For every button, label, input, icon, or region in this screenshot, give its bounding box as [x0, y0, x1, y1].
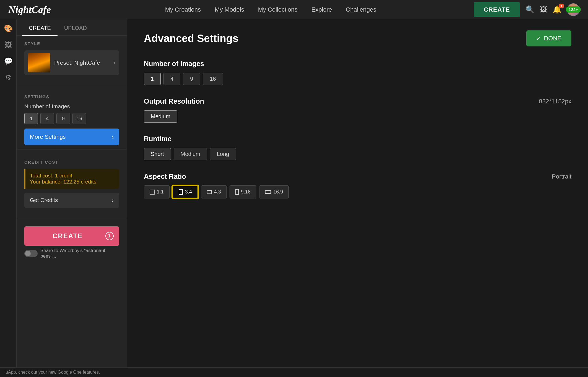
- checkmark-icon: ✓: [536, 35, 541, 42]
- top-nav: NightCafe My Creations My Models My Coll…: [0, 0, 588, 19]
- credit-cost-title: CREDIT COST: [24, 160, 119, 164]
- portrait-icon: [179, 189, 183, 195]
- search-icon[interactable]: 🔍: [525, 5, 534, 14]
- credit-cost-section: CREDIT COST Total cost: 1 credit Your ba…: [17, 154, 127, 213]
- output-resolution-options: Medium: [144, 110, 571, 123]
- aspect-btn-9-16[interactable]: 9:16: [230, 185, 256, 198]
- sidebar-num-1[interactable]: 1: [24, 113, 38, 124]
- share-text: Share to Waterboy's "astronaut bees"...: [40, 248, 119, 259]
- advanced-settings-header: Advanced Settings ✓ DONE: [144, 30, 571, 46]
- credit-cost-box: Total cost: 1 credit Your balance: 122.2…: [24, 169, 119, 189]
- settings-section: SETTINGS Number of Images 1 4 9 16 More …: [17, 89, 127, 145]
- square-icon: [150, 190, 155, 195]
- done-button[interactable]: ✓ DONE: [526, 30, 571, 46]
- iconbar-settings[interactable]: ⚙: [5, 73, 11, 82]
- resolution-btn-medium[interactable]: Medium: [144, 110, 177, 123]
- balance-text: Your balance: 122.25 credits: [30, 179, 115, 185]
- sidebar-num-16[interactable]: 16: [72, 113, 86, 124]
- aspect-btn-1-1[interactable]: 1:1: [144, 185, 170, 198]
- settings-section-title: SETTINGS: [24, 94, 119, 99]
- more-settings-button[interactable]: More Settings ›: [24, 129, 119, 145]
- share-toggle[interactable]: [24, 250, 38, 257]
- iconbar-chat[interactable]: 💬: [4, 57, 13, 66]
- aspect-btn-16-9[interactable]: 16:9: [259, 185, 289, 198]
- output-resolution-value: 832*1152px: [539, 98, 571, 105]
- notification-icon[interactable]: 🔔 1: [553, 5, 561, 14]
- image-icon[interactable]: 🖼: [540, 5, 547, 14]
- runtime-btn-short[interactable]: Short: [144, 148, 171, 160]
- nav-my-creations[interactable]: My Creations: [165, 6, 201, 13]
- sidebar-num-9[interactable]: 9: [56, 113, 70, 124]
- runtime-title: Runtime: [144, 135, 571, 143]
- nav-my-models[interactable]: My Models: [215, 6, 244, 13]
- output-resolution-title: Output Resolution: [144, 97, 204, 105]
- num-images-btn-4[interactable]: 4: [163, 73, 180, 85]
- setting-runtime: Runtime Short Medium Long: [144, 135, 571, 160]
- runtime-btn-medium[interactable]: Medium: [174, 148, 207, 160]
- style-preset-selector[interactable]: Preset: NightCafe ›: [24, 50, 119, 75]
- bottom-bar-text: uApp. check out your new Google One feat…: [6, 370, 100, 375]
- iconbar-gallery[interactable]: 🖼: [5, 41, 12, 49]
- sidebar: CREATE UPLOAD STYLE Preset: NightCafe › …: [17, 19, 127, 377]
- aspect-btn-3-4[interactable]: 3:4: [172, 185, 198, 198]
- chevron-right-icon-settings: ›: [112, 133, 114, 140]
- tab-upload[interactable]: UPLOAD: [58, 19, 93, 36]
- tab-create[interactable]: CREATE: [22, 19, 58, 36]
- create-count-badge: 1: [105, 232, 114, 240]
- num-images-options: 1 4 9 16: [144, 73, 571, 85]
- runtime-options: Short Medium Long: [144, 148, 571, 160]
- main-layout: 🎨 🖼 💬 ⚙ CREATE UPLOAD STYLE Preset: Nigh…: [0, 19, 588, 377]
- divider-2: [17, 150, 127, 150]
- advanced-settings-title: Advanced Settings: [144, 33, 238, 44]
- icon-bar: 🎨 🖼 💬 ⚙: [0, 19, 17, 377]
- sidebar-num-4[interactable]: 4: [40, 113, 54, 124]
- aspect-ratio-title: Aspect Ratio: [144, 172, 186, 180]
- nav-create-button[interactable]: CREATE: [474, 2, 520, 17]
- nav-my-collections[interactable]: My Collections: [258, 6, 298, 13]
- app-logo: NightCafe: [8, 4, 51, 15]
- runtime-btn-long[interactable]: Long: [210, 148, 236, 160]
- style-section-title: STYLE: [24, 41, 119, 46]
- wide-icon: [265, 190, 271, 194]
- chevron-right-icon-credits: ›: [112, 197, 114, 203]
- credits-badge: 122+: [566, 6, 581, 13]
- setting-output-resolution: Output Resolution 832*1152px Medium: [144, 97, 571, 123]
- style-preset-name: Preset: NightCafe: [54, 59, 110, 66]
- nav-right: CREATE 🔍 🖼 🔔 1 122+: [474, 2, 580, 17]
- aspect-ratio-options: 1:1 3:4 4:3 9:16 16:9: [144, 185, 571, 198]
- chevron-right-icon: ›: [113, 59, 115, 66]
- aspect-btn-4-3[interactable]: 4:3: [201, 185, 227, 198]
- num-images-btn-1[interactable]: 1: [144, 73, 161, 85]
- style-section: STYLE Preset: NightCafe ›: [17, 36, 127, 80]
- toggle-thumb: [25, 251, 31, 256]
- nav-links: My Creations My Models My Collections Ex…: [67, 6, 474, 13]
- aspect-ratio-value: Portrait: [552, 173, 571, 180]
- landscape43-icon: [207, 190, 212, 194]
- total-cost-text: Total cost: 1 credit: [30, 173, 115, 179]
- nav-challenges[interactable]: Challenges: [346, 6, 376, 13]
- setting-num-images: Number of Images 1 4 9 16: [144, 60, 571, 85]
- share-toggle-row: Share to Waterboy's "astronaut bees"...: [24, 246, 119, 261]
- style-thumbnail: [28, 53, 50, 72]
- num-images-title: Number of Images: [144, 60, 571, 68]
- divider-1: [17, 84, 127, 84]
- nav-explore[interactable]: Explore: [311, 6, 332, 13]
- get-credits-button[interactable]: Get Credits ›: [24, 193, 119, 208]
- create-section: CREATE 1 Share to Waterboy's "astronaut …: [17, 222, 127, 264]
- sidebar-tabs: CREATE UPLOAD: [17, 19, 127, 36]
- tall-icon: [235, 189, 239, 195]
- content-area: Advanced Settings ✓ DONE Number of Image…: [127, 19, 588, 377]
- iconbar-create[interactable]: 🎨: [4, 24, 13, 33]
- sidebar-num-btns: 1 4 9 16: [24, 113, 119, 124]
- divider-3: [17, 218, 127, 218]
- bottom-bar: uApp. check out your new Google One feat…: [0, 367, 588, 377]
- setting-aspect-ratio: Aspect Ratio Portrait 1:1 3:4 4:3: [144, 172, 571, 198]
- num-images-btn-9[interactable]: 9: [183, 73, 200, 85]
- num-images-label-sidebar: Number of Images: [24, 103, 119, 110]
- notification-badge: 1: [559, 4, 564, 8]
- create-main-button[interactable]: CREATE 1: [24, 226, 119, 246]
- user-avatar[interactable]: 122+: [567, 3, 580, 16]
- num-images-btn-16[interactable]: 16: [203, 73, 223, 85]
